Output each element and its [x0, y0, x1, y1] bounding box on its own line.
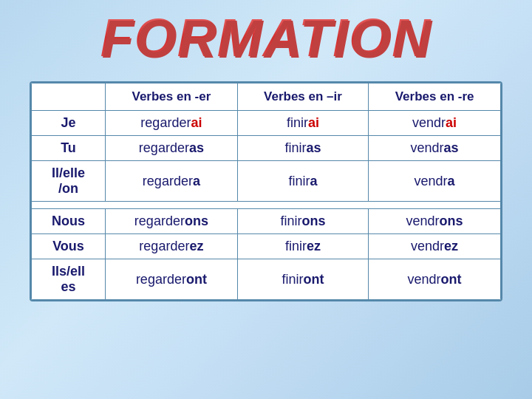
table-header-row: Verbes en -er Verbes en –ir Verbes en -r…	[32, 83, 501, 111]
verb-ending: as	[306, 140, 321, 155]
subject-vous: Vous	[32, 234, 106, 259]
verb-ending: ez	[444, 239, 458, 253]
verb-prefix: vendr	[412, 115, 446, 130]
verb-je-ir: finirai	[237, 111, 368, 136]
verb-ending: ai	[191, 115, 202, 130]
verb-ending: ez	[189, 239, 203, 253]
verb-ending: a	[448, 174, 455, 188]
subject-tu: Tu	[32, 136, 106, 161]
verb-prefix: finir	[284, 140, 306, 155]
header-ir: Verbes en –ir	[237, 83, 368, 111]
verb-ils-ir: finiront	[237, 259, 368, 300]
verb-je-er: regarderai	[106, 111, 238, 136]
verb-prefix: regarder	[136, 272, 186, 287]
header-empty	[32, 83, 106, 111]
verb-je-re: vendrai	[369, 111, 501, 136]
verb-ending: ont	[441, 272, 462, 287]
verb-il-er: regardera	[106, 161, 238, 202]
table-row: Je regarderai finirai vendrai	[32, 111, 501, 136]
table-row: Vous regarderez finirez vendrez	[32, 234, 501, 259]
header-re: Verbes en -re	[369, 83, 501, 111]
verb-ending: as	[189, 140, 204, 155]
subject-ils: Ils/ell es	[32, 259, 106, 300]
verb-vous-er: regarderez	[106, 234, 238, 259]
verb-ending: ez	[307, 239, 321, 253]
verb-prefix: vendr	[411, 239, 444, 253]
verb-nous-re: vendrons	[369, 209, 501, 234]
verb-prefix: finir	[288, 174, 310, 188]
verb-ending: ons	[185, 214, 208, 228]
verb-tu-re: vendras	[369, 136, 501, 161]
verb-prefix: regarder	[143, 174, 193, 188]
table-spacer	[32, 202, 501, 209]
verb-prefix: finir	[285, 239, 307, 253]
verb-prefix: vendr	[415, 174, 448, 188]
verb-il-re: vendra	[369, 161, 501, 202]
verb-tu-ir: finiras	[237, 136, 368, 161]
verb-tu-er: regarderas	[106, 136, 238, 161]
verb-vous-ir: finirez	[237, 234, 368, 259]
verb-ending: as	[444, 140, 459, 155]
verb-prefix: regarder	[140, 115, 191, 130]
verb-prefix: regarder	[139, 239, 189, 253]
verb-ending: ons	[440, 214, 463, 228]
table-row: Nous regarderons finirons vendrons	[32, 209, 501, 234]
verb-prefix: vendr	[408, 272, 441, 287]
formation-table: Verbes en -er Verbes en –ir Verbes en -r…	[31, 83, 501, 300]
verb-prefix: regarder	[139, 140, 189, 155]
verb-ending: ont	[186, 272, 207, 287]
verb-ils-re: vendront	[369, 259, 501, 300]
subject-il: Il/elle /on	[32, 161, 106, 202]
verb-nous-ir: finirons	[237, 209, 368, 234]
verb-prefix: finir	[280, 214, 301, 228]
verb-ils-er: regarderont	[106, 259, 238, 300]
subject-nous: Nous	[32, 209, 106, 234]
verb-prefix: vendr	[411, 140, 444, 155]
verb-ending: a	[310, 174, 317, 188]
verb-prefix: finir	[287, 115, 308, 130]
page-title: FORMATION	[100, 7, 432, 68]
table-row: Tu regarderas finiras vendras	[32, 136, 501, 161]
table-row: Il/elle /on regardera finira vendra	[32, 161, 501, 202]
verb-ending: ai	[308, 115, 319, 130]
verb-vous-re: vendrez	[369, 234, 501, 259]
verb-ending: ont	[304, 272, 324, 287]
verb-ending: ai	[446, 115, 457, 130]
verb-prefix: finir	[282, 272, 303, 287]
verb-ending: a	[193, 174, 200, 188]
verb-prefix: regarder	[134, 214, 185, 228]
subject-je: Je	[32, 111, 106, 136]
formation-table-wrapper: Verbes en -er Verbes en –ir Verbes en -r…	[30, 81, 502, 301]
verb-prefix: vendr	[406, 214, 440, 228]
verb-ending: ons	[301, 214, 325, 228]
header-er: Verbes en -er	[106, 83, 238, 111]
table-row: Ils/ell es regarderont finiront vendront	[32, 259, 501, 300]
verb-nous-er: regarderons	[106, 209, 238, 234]
verb-il-ir: finira	[237, 161, 368, 202]
